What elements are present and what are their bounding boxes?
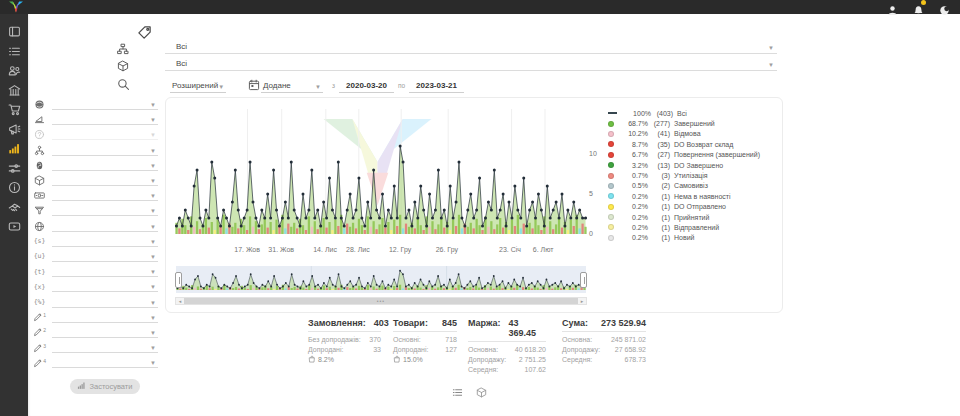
chevron-down-icon: ▼ bbox=[768, 62, 774, 68]
app-logo-icon[interactable] bbox=[7, 1, 25, 13]
user-avatar-icon[interactable] bbox=[887, 2, 898, 13]
chart-scrollbar[interactable]: ◂ ••• ▸ bbox=[175, 297, 587, 305]
unknown-filter-select[interactable]: ▼ bbox=[52, 129, 158, 140]
chevron-down-icon: ▼ bbox=[150, 239, 156, 245]
summary-column: Маржа:43 369.45Основна:40 618.20Допродаж… bbox=[468, 318, 546, 374]
product-type-filter-select[interactable]: ▼ bbox=[52, 175, 158, 186]
legend-item[interactable]: 0.2%(1)Прийнятий bbox=[608, 212, 760, 222]
summary-subrow: Без допродажів:370 bbox=[308, 335, 381, 345]
legend-item[interactable]: 6.7%(27)Повернення (завершений) bbox=[608, 150, 760, 160]
legend-count: (3) bbox=[648, 172, 670, 179]
legend-item[interactable]: 0.7%(3)Утилізація bbox=[608, 170, 760, 180]
theme-toggle-icon[interactable] bbox=[939, 2, 950, 13]
legend-dot-swatch bbox=[608, 152, 614, 158]
sidebar-item-sales[interactable] bbox=[0, 100, 28, 120]
braces-icon: {t} bbox=[33, 268, 46, 276]
product-filter-select[interactable]: Всі ▼ bbox=[165, 55, 777, 71]
legend-count: (13) bbox=[648, 162, 670, 169]
search-icon[interactable] bbox=[117, 77, 130, 95]
summary-subvalue: 107.62 bbox=[525, 366, 546, 373]
apply-button[interactable]: Застосувати bbox=[70, 379, 140, 394]
filter-panel: ▼▼▼▼▼▼▼▼▼{s}▼{u}▼{t}▼{x}▼{%}▼1▼2▼3▼4▼ bbox=[33, 97, 158, 370]
custom-field-3-filter-select[interactable]: ▼ bbox=[52, 342, 158, 353]
chevron-down-icon: ▼ bbox=[150, 193, 156, 199]
source-filter-select[interactable]: ▼ bbox=[52, 221, 158, 232]
sidebar-item-orders[interactable] bbox=[0, 42, 28, 62]
sidebar-item-settings[interactable] bbox=[0, 159, 28, 179]
variable-t-filter-select[interactable]: ▼ bbox=[52, 266, 158, 277]
summary-subrow: Допродані:33 bbox=[308, 345, 381, 355]
legend-count: (2) bbox=[648, 182, 670, 189]
scrollbar-thumb[interactable]: ••• bbox=[184, 298, 578, 304]
category-filter-select[interactable]: Всі ▼ bbox=[165, 38, 777, 54]
chevron-down-icon: ▼ bbox=[150, 284, 156, 290]
slope-icon bbox=[33, 114, 46, 125]
custom-field-2-filter-select[interactable]: ▼ bbox=[52, 327, 158, 338]
summary-sublabel: 8.2% bbox=[318, 356, 334, 363]
variable-pct-filter-select[interactable]: ▼ bbox=[52, 297, 158, 308]
summary-stats: Замовлення:403Без допродажів:370Допродан… bbox=[308, 318, 646, 374]
date-field-select[interactable]: Додане ▼ bbox=[261, 76, 323, 93]
sidebar-item-warehouse[interactable] bbox=[0, 81, 28, 101]
package-icon bbox=[33, 175, 46, 186]
scroll-right-button[interactable]: ▸ bbox=[578, 298, 586, 304]
sidebar-item-clients[interactable] bbox=[0, 61, 28, 81]
payment-filter-select[interactable]: ▼ bbox=[52, 190, 158, 201]
legend-item[interactable]: 0.5%(2)Самовивіз bbox=[608, 181, 760, 191]
summary-subrow: Допродажу:27 658.92 bbox=[562, 345, 646, 355]
navigator-right-handle[interactable] bbox=[580, 272, 587, 288]
summary-subrow: Основна:245 871.02 bbox=[562, 335, 646, 345]
summary-title: Маржа: bbox=[468, 318, 500, 338]
legend-item[interactable]: 0.2%(1)Відправлений bbox=[608, 222, 760, 232]
legend-item[interactable]: 0.2%(1)Нема в наявності bbox=[608, 191, 760, 201]
chevron-down-icon: ▼ bbox=[150, 163, 156, 169]
notifications-bell-icon[interactable] bbox=[913, 2, 924, 13]
legend-item[interactable]: 100%(403)Всі bbox=[608, 108, 760, 118]
legend-item[interactable]: 0.2%(1)DO Отправлено bbox=[608, 202, 760, 212]
variable-s-filter-row: {s}▼ bbox=[33, 234, 158, 249]
variable-s-filter-select[interactable]: ▼ bbox=[52, 236, 158, 247]
date-to-input[interactable]: 2023-03-21 bbox=[409, 76, 464, 93]
legend-item[interactable]: 0.2%(1)Новий bbox=[608, 233, 760, 243]
legend-percent: 10.2% bbox=[618, 130, 648, 137]
chevron-down-icon: ▼ bbox=[218, 84, 224, 90]
status-filter-select[interactable]: ▼ bbox=[52, 99, 158, 110]
legend-item[interactable]: 3.2%(13)DO Завершено bbox=[608, 160, 760, 170]
funnel-filter-select[interactable]: ▼ bbox=[52, 205, 158, 216]
preset-tag-icon[interactable] bbox=[137, 25, 152, 44]
report-package-icon[interactable] bbox=[476, 384, 487, 402]
legend-dot-swatch bbox=[608, 214, 614, 220]
sidebar-item-analytics[interactable] bbox=[0, 139, 28, 159]
chevron-down-icon: ▼ bbox=[150, 117, 156, 123]
legend-item[interactable]: 10.2%(41)Відмова bbox=[608, 129, 760, 139]
custom-field-1-filter-select[interactable]: ▼ bbox=[52, 312, 158, 323]
chevron-down-icon: ▼ bbox=[150, 208, 156, 214]
date-from-input[interactable]: 2020-03-20 bbox=[339, 76, 394, 93]
chevron-down-icon: ▼ bbox=[150, 360, 156, 366]
summary-subvalue: 2 751.25 bbox=[519, 356, 546, 363]
navigator-left-handle[interactable] bbox=[175, 272, 182, 288]
search-mode-select[interactable]: Розширений ▼ bbox=[170, 76, 226, 93]
legend-label: Нема в наявності bbox=[674, 193, 731, 200]
report-list-icon[interactable] bbox=[452, 384, 463, 402]
sidebar-item-marketing[interactable] bbox=[0, 120, 28, 140]
structure-filter-select[interactable]: ▼ bbox=[52, 145, 158, 156]
variable-u-filter-select[interactable]: ▼ bbox=[52, 251, 158, 262]
level-filter-select[interactable]: ▼ bbox=[52, 114, 158, 125]
variable-x-filter-select[interactable]: ▼ bbox=[52, 281, 158, 292]
legend-item[interactable]: 68.7%(277)Завершений bbox=[608, 118, 760, 128]
scroll-left-button[interactable]: ◂ bbox=[176, 298, 184, 304]
identity-filter-select[interactable]: ▼ bbox=[52, 160, 158, 171]
legend-item[interactable]: 8.7%(35)DO Возврат склад bbox=[608, 139, 760, 149]
summary-sublabel: Допродажу: bbox=[562, 346, 600, 353]
sidebar-item-info[interactable] bbox=[0, 178, 28, 198]
sphere-icon bbox=[33, 99, 46, 110]
sidebar-item-tutorials[interactable] bbox=[0, 217, 28, 237]
summary-column: Сума:273 529.94Основна:245 871.02Допрода… bbox=[562, 318, 646, 374]
custom-field-4-filter-select[interactable]: ▼ bbox=[52, 357, 158, 368]
legend-dot-swatch bbox=[608, 204, 614, 210]
summary-sublabel: Без допродажів: bbox=[308, 336, 361, 343]
custom-field-2-filter-row: 2▼ bbox=[33, 325, 158, 340]
sidebar-item-dashboard[interactable] bbox=[0, 22, 28, 42]
sidebar-item-partners[interactable] bbox=[0, 198, 28, 218]
